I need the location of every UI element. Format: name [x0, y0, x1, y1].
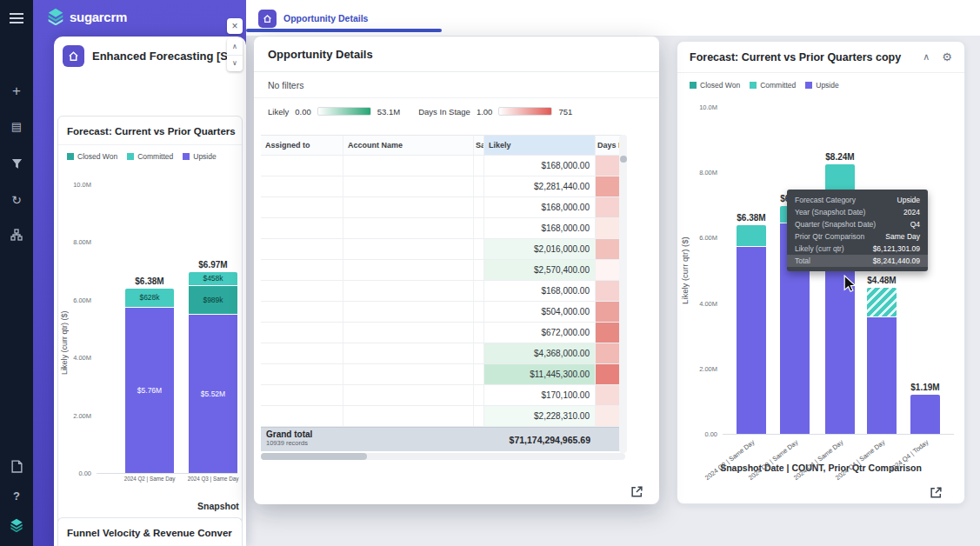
table-row[interactable]: $2,016,000.00 [261, 239, 625, 260]
table-cell[interactable] [474, 281, 484, 302]
drawer-close-button[interactable]: × [227, 18, 243, 34]
bar-segment-committed[interactable] [867, 288, 897, 317]
refresh-icon[interactable]: ↻ [0, 193, 33, 207]
table-cell-likely[interactable]: $2,228,310.00 [484, 406, 596, 427]
document-icon[interactable] [0, 460, 33, 476]
table-row[interactable]: $504,000.00 [261, 302, 625, 323]
table-row[interactable]: $4,368,000.00 [261, 343, 625, 364]
sugar-layers-icon[interactable] [0, 518, 33, 536]
table-cell[interactable] [474, 176, 484, 197]
table-cell[interactable] [261, 281, 343, 302]
hamburger-menu-icon[interactable] [10, 13, 23, 15]
table-row[interactable]: $170,100.00 [261, 385, 625, 406]
table-cell[interactable] [343, 343, 474, 364]
legend-item[interactable]: Closed Won [67, 152, 117, 161]
table-cell[interactable] [261, 156, 343, 176]
table-cell-likely[interactable]: $672,000.00 [484, 323, 596, 343]
chevron-down-icon[interactable]: ∨ [227, 56, 243, 72]
table-cell[interactable] [474, 156, 484, 176]
help-icon[interactable]: ? [0, 489, 33, 503]
bar-segment-committed[interactable]: $628k [125, 289, 174, 307]
scrollbar-thumb[interactable] [620, 156, 627, 163]
table-cell[interactable] [343, 176, 474, 197]
table-cell[interactable] [261, 406, 343, 427]
table-cell[interactable] [343, 156, 474, 176]
table-cell[interactable] [261, 364, 343, 385]
table-cell[interactable] [343, 260, 474, 281]
hierarchy-icon[interactable] [0, 229, 33, 244]
table-cell[interactable] [261, 197, 343, 218]
bar-segment-closed-won[interactable]: $989k [189, 285, 237, 314]
bar-segment-committed[interactable]: $458k [189, 272, 237, 285]
table-row[interactable]: $168,000.00 [261, 156, 625, 176]
stacked-bar[interactable] [737, 225, 766, 434]
stacked-bar[interactable] [867, 288, 897, 434]
table-cell[interactable] [343, 323, 474, 343]
sugarcrm-logo[interactable]: sugarcrm [47, 8, 127, 25]
horizontal-scrollbar[interactable] [261, 453, 625, 460]
table-header-cell-likely[interactable]: Likely [484, 135, 596, 156]
table-cell[interactable] [343, 385, 474, 406]
table-row[interactable]: $168,000.00 [261, 281, 625, 302]
table-row[interactable]: $2,570,400.00 [261, 260, 625, 281]
table-cell-likely[interactable]: $170,100.00 [484, 385, 596, 406]
table-cell[interactable] [343, 239, 474, 260]
table-cell-likely[interactable]: $2,570,400.00 [484, 260, 596, 281]
bar-segment-upside[interactable] [737, 246, 766, 434]
table-cell-likely[interactable]: $168,000.00 [484, 218, 596, 239]
legend-item[interactable]: Committed [127, 152, 173, 161]
table-row[interactable]: $672,000.00 [261, 323, 625, 343]
filters-bar[interactable]: No filters [254, 72, 659, 98]
funnel-velocity-dashlet[interactable]: Funnel Velocity & Revenue Conver [57, 517, 243, 546]
gear-icon[interactable]: ⚙ [942, 50, 952, 63]
open-in-new-icon[interactable] [930, 486, 943, 503]
stacked-bar[interactable]: $458k$989k$5.52M [189, 272, 237, 473]
table-header-cell-sa[interactable]: Sa [474, 135, 484, 156]
tab-opportunity-details[interactable]: Opportunity Details [246, 0, 442, 37]
table-cell-likely[interactable]: $2,281,440.00 [484, 176, 596, 197]
table-cell-likely[interactable]: $11,445,300.00 [484, 364, 596, 385]
table-cell[interactable] [261, 260, 343, 281]
table-cell[interactable] [474, 218, 484, 239]
table-row[interactable]: $168,000.00 [261, 197, 625, 218]
bar-segment-upside[interactable] [910, 395, 940, 434]
table-cell-likely[interactable]: $168,000.00 [484, 281, 596, 302]
add-icon[interactable]: + [0, 83, 33, 100]
table-cell[interactable] [343, 302, 474, 323]
table-cell[interactable] [474, 385, 484, 406]
table-cell[interactable] [343, 281, 474, 302]
table-cell[interactable] [474, 406, 484, 427]
table-header-cell-account-name[interactable]: Account Name [343, 135, 474, 156]
table-cell[interactable] [261, 385, 343, 406]
table-cell[interactable] [343, 406, 474, 427]
table-row[interactable]: $2,228,310.00 [261, 406, 625, 427]
table-cell[interactable] [474, 343, 484, 364]
table-cell-likely[interactable]: $2,016,000.00 [484, 239, 596, 260]
table-cell-likely[interactable]: $4,368,000.00 [484, 343, 596, 364]
table-cell[interactable] [474, 323, 484, 343]
table-row[interactable]: $2,281,440.00 [261, 176, 625, 197]
table-cell-likely[interactable]: $504,000.00 [484, 302, 596, 323]
table-cell[interactable] [474, 239, 484, 260]
table-cell[interactable] [474, 302, 484, 323]
table-cell-likely[interactable]: $168,000.00 [484, 156, 596, 176]
stacked-bar[interactable] [910, 395, 940, 434]
bar-segment-upside[interactable]: $5.52M [189, 314, 237, 473]
table-cell[interactable] [261, 323, 343, 343]
filter-funnel-icon[interactable] [0, 157, 33, 173]
bar-segment-upside[interactable] [867, 316, 897, 434]
legend-item[interactable]: Upside [805, 81, 838, 90]
table-cell[interactable] [343, 197, 474, 218]
table-cell[interactable] [261, 176, 343, 197]
table-header-cell-assigned-to[interactable]: Assigned to [261, 135, 343, 156]
vertical-scrollbar[interactable] [619, 135, 627, 453]
legend-item[interactable]: Closed Won [690, 81, 740, 90]
legend-item[interactable]: Upside [183, 152, 216, 161]
open-in-new-icon[interactable] [630, 485, 643, 502]
table-row[interactable]: $168,000.00 [261, 218, 625, 239]
legend-item[interactable]: Committed [750, 81, 796, 90]
module-card-icon[interactable]: ▤ [0, 120, 33, 133]
table-cell[interactable] [261, 343, 343, 364]
table-row[interactable]: $11,445,300.00 [261, 364, 625, 385]
table-cell[interactable] [343, 364, 474, 385]
